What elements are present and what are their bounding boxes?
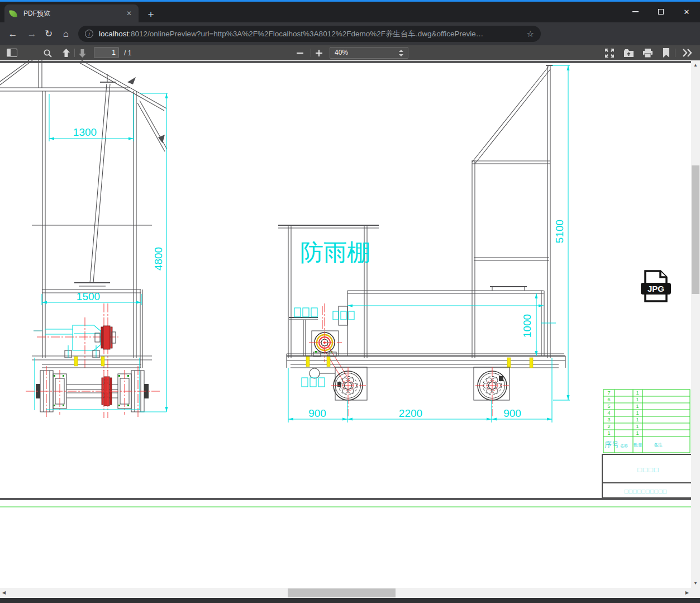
scroll-up-icon[interactable]: ▲ [691, 63, 700, 68]
search-icon[interactable] [43, 49, 53, 58]
dim-span-right: 900 [503, 407, 521, 419]
browser-toolbar: ← → ↻ ⌂ i localhost:8012/onlinePreview?u… [0, 22, 700, 45]
row-qty: 1 [636, 430, 639, 436]
toolbar-divider [675, 49, 675, 57]
vertical-scrollbar-thumb[interactable] [692, 165, 699, 294]
header-remark: 备注 [654, 443, 663, 448]
vertical-scrollbar[interactable]: ▲ ▼ [691, 60, 700, 588]
title-block: 7 1 6 1 5 1 4 1 3 1 2 1 1 1 序号 名称 数量 备注 … [602, 390, 691, 498]
browser-tab[interactable]: PDF预览 ✕ [4, 4, 139, 22]
scroll-right-icon[interactable]: ▶ [685, 590, 689, 595]
forward-icon[interactable]: → [25, 27, 39, 41]
row-qty: 1 [636, 390, 639, 396]
rain-shelter-label: 防雨棚 [300, 239, 370, 265]
url-host: localhost [99, 30, 128, 38]
dim-left-height: 4800 [153, 247, 164, 270]
browser-window: PDF预览 ✕ + ✕ ← → ↻ ⌂ i localhost:8012/onl… [0, 0, 700, 603]
bookmark-star-icon[interactable]: ☆ [527, 29, 534, 39]
select-arrows-icon [399, 49, 403, 57]
jpg-label: JPG [647, 284, 664, 293]
row-qty: 1 [636, 403, 639, 409]
header-qty: 数量 [634, 443, 642, 448]
row-no: 4 [607, 410, 610, 416]
tab-title: PDF预览 [23, 9, 124, 18]
toolbar-divider [311, 49, 311, 57]
dim-mid-width: 1500 [77, 291, 100, 302]
back-icon[interactable]: ← [6, 27, 20, 41]
more-tools-chevrons-icon[interactable] [682, 49, 693, 57]
row-no: 3 [607, 417, 610, 422]
dim-tank-height: 1000 [521, 314, 533, 338]
titleblock-subtitle: □□□□ [637, 466, 659, 474]
sidebar-toggle-icon[interactable] [7, 49, 17, 57]
minimize-icon [632, 11, 639, 12]
row-no: 7 [607, 390, 610, 396]
pdf-page-canvas[interactable]: 1300 1500 4800 [0, 60, 691, 588]
row-no: 2 [607, 424, 610, 429]
front-view [0, 60, 167, 418]
cad-drawing: 1300 1500 4800 [0, 60, 691, 588]
window-bottom-edge [0, 598, 700, 603]
spring-leaf-favicon [9, 9, 18, 18]
tab-close-icon[interactable]: ✕ [124, 8, 134, 18]
zoom-out-button[interactable] [295, 45, 305, 60]
page-number-input[interactable] [94, 47, 119, 58]
row-no: 5 [607, 403, 610, 409]
print-icon[interactable] [642, 48, 653, 58]
close-button[interactable]: ✕ [674, 2, 699, 22]
open-file-icon[interactable] [623, 48, 634, 58]
reload-icon[interactable]: ↻ [42, 27, 55, 41]
zoom-select[interactable]: 40% [330, 47, 408, 59]
address-bar[interactable]: i localhost:8012/onlinePreview?url=http%… [78, 26, 541, 42]
url-text: localhost:8012/onlinePreview?url=http%3A… [99, 29, 522, 39]
row-no: 1 [607, 430, 610, 436]
maximize-button[interactable] [648, 2, 674, 22]
toolbar-divider [74, 49, 75, 57]
minus-icon [297, 53, 303, 54]
minimize-button[interactable] [622, 2, 648, 22]
row-qty: 1 [636, 424, 639, 429]
url-path: :8012/onlinePreview?url=http%3A%2F%2Floc… [128, 30, 483, 38]
titleblock-footer: □□□□□□□□□□ [625, 488, 667, 495]
maximize-icon [658, 9, 664, 15]
new-tab-button[interactable]: + [144, 8, 158, 22]
dim-side-height: 5100 [554, 220, 565, 243]
plus-icon-v [318, 50, 320, 56]
page-info-icon[interactable]: i [85, 30, 93, 38]
row-no: 6 [607, 397, 610, 402]
jpg-export-button[interactable]: JPG [640, 269, 672, 303]
page-count-label: / 1 [124, 49, 131, 57]
row-qty: 1 [636, 417, 639, 422]
dim-span-mid: 2200 [399, 407, 422, 419]
sheet-border [0, 62, 691, 507]
bookmark-icon[interactable] [663, 48, 670, 58]
scroll-down-icon[interactable]: ▼ [691, 581, 700, 586]
pdf-toolbar: / 1 40% [0, 45, 700, 60]
dim-top-width: 1300 [73, 126, 97, 138]
jpg-file-icon: JPG [640, 269, 672, 303]
header-name: 名称 [620, 444, 628, 448]
horizontal-scrollbar-thumb[interactable] [288, 588, 396, 597]
header-no: 序号 [604, 440, 619, 449]
page-down-icon[interactable] [78, 48, 87, 58]
row-qty: 1 [636, 397, 639, 402]
zoom-in-button[interactable] [314, 45, 324, 60]
page-up-icon[interactable] [61, 48, 71, 58]
titlebar: PDF预览 ✕ + ✕ [0, 2, 700, 22]
side-view: 防雨棚 [278, 65, 565, 416]
scrollbar-corner [691, 588, 700, 598]
scroll-left-icon[interactable]: ◀ [2, 590, 6, 595]
dim-span-left: 900 [308, 407, 326, 419]
zoom-value: 40% [335, 49, 348, 56]
presentation-mode-icon[interactable] [604, 48, 615, 58]
row-qty: 1 [636, 410, 639, 416]
home-icon[interactable]: ⌂ [59, 27, 73, 41]
